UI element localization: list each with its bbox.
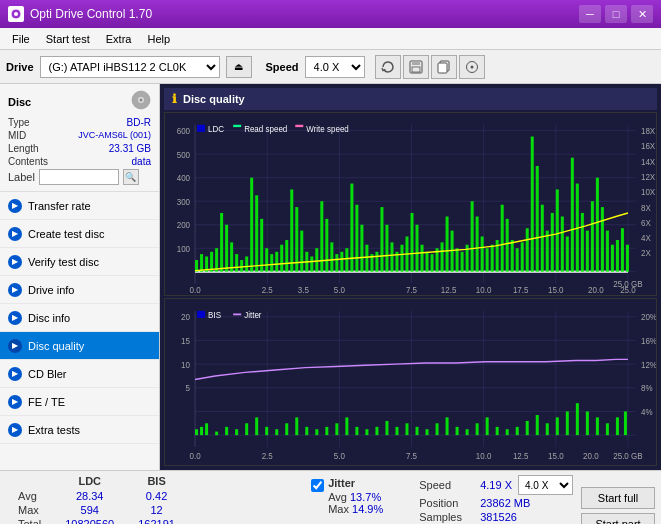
- verify-test-disc-icon: ▶: [8, 255, 22, 269]
- svg-rect-219: [576, 403, 579, 435]
- svg-rect-138: [611, 245, 614, 272]
- svg-text:3.5: 3.5: [298, 284, 309, 295]
- bis-jitter-chart: 20 15 10 5 20% 16% 12% 8% 4% 0.0 2.5 5.0…: [164, 298, 657, 466]
- svg-point-1: [14, 12, 18, 16]
- svg-text:20%: 20%: [641, 312, 656, 323]
- nav-cd-bler[interactable]: ▶ CD Bler: [0, 360, 159, 388]
- stats-speed-select[interactable]: 4.0 X: [518, 475, 573, 495]
- svg-text:0.0: 0.0: [190, 284, 201, 295]
- drive-info-icon: ▶: [8, 283, 22, 297]
- svg-text:18X: 18X: [641, 126, 655, 137]
- svg-rect-124: [541, 205, 544, 272]
- svg-rect-198: [365, 429, 368, 435]
- drive-select[interactable]: (G:) ATAPI iHBS112 2 CL0K: [40, 56, 220, 78]
- type-key: Type: [8, 117, 30, 128]
- avg-row: Avg 28.34 0.42: [6, 489, 187, 503]
- svg-rect-148: [165, 299, 656, 465]
- svg-rect-68: [260, 219, 263, 272]
- svg-rect-204: [426, 429, 429, 435]
- svg-rect-104: [441, 242, 444, 271]
- nav-extra-tests[interactable]: ▶ Extra tests: [0, 416, 159, 444]
- disc-button[interactable]: [459, 55, 485, 79]
- svg-text:20.0: 20.0: [588, 284, 604, 295]
- svg-point-11: [140, 99, 143, 102]
- start-part-button[interactable]: Start part: [581, 513, 655, 525]
- svg-rect-63: [235, 254, 238, 272]
- svg-rect-206: [446, 418, 449, 436]
- jitter-label: Jitter: [328, 477, 355, 489]
- menu-start-test[interactable]: Start test: [38, 31, 98, 47]
- svg-rect-116: [501, 205, 504, 272]
- left-panel: Disc Type BD-R MID JVC-AMS6L (001) Lengt…: [0, 84, 160, 470]
- label-search-button[interactable]: 🔍: [123, 169, 139, 185]
- svg-rect-220: [586, 412, 589, 436]
- svg-rect-216: [546, 424, 549, 436]
- nav-fe-te[interactable]: ▶ FE / TE: [0, 388, 159, 416]
- svg-rect-146: [295, 125, 303, 127]
- close-button[interactable]: ✕: [631, 5, 653, 23]
- minimize-button[interactable]: ─: [579, 5, 601, 23]
- nav-create-test-disc[interactable]: ▶ Create test disc: [0, 220, 159, 248]
- svg-rect-3: [412, 61, 420, 65]
- svg-rect-64: [240, 260, 243, 272]
- start-full-button[interactable]: Start full: [581, 487, 655, 509]
- svg-rect-125: [546, 231, 549, 272]
- label-input[interactable]: [39, 169, 119, 185]
- svg-rect-93: [385, 225, 388, 272]
- eject-button[interactable]: ⏏: [226, 56, 252, 78]
- svg-text:15.0: 15.0: [548, 284, 564, 295]
- save-button[interactable]: [403, 55, 429, 79]
- svg-rect-4: [412, 67, 420, 72]
- refresh-button[interactable]: [375, 55, 401, 79]
- copy-button[interactable]: [431, 55, 457, 79]
- nav-transfer-rate[interactable]: ▶ Transfer rate: [0, 192, 159, 220]
- speed-section: Speed 4.19 X 4.0 X Position 23862 MB Sam…: [419, 475, 573, 524]
- svg-text:25.0 GB: 25.0 GB: [613, 450, 643, 461]
- disc-quality-header: ℹ Disc quality: [164, 88, 657, 110]
- drivebar: Drive (G:) ATAPI iHBS112 2 CL0K ⏏ Speed …: [0, 50, 661, 84]
- svg-text:10X: 10X: [641, 187, 655, 198]
- svg-rect-182: [205, 424, 208, 436]
- jitter-checkbox[interactable]: [311, 479, 324, 492]
- speed-select[interactable]: 4.0 X: [305, 56, 365, 78]
- app-title: Opti Drive Control 1.70: [30, 7, 152, 21]
- svg-text:4X: 4X: [641, 233, 651, 244]
- menu-file[interactable]: File: [4, 31, 38, 47]
- maximize-button[interactable]: □: [605, 5, 627, 23]
- contents-value: data: [132, 156, 151, 167]
- svg-rect-79: [315, 248, 318, 272]
- max-row: Max 594 12: [6, 503, 187, 517]
- svg-rect-96: [400, 245, 403, 272]
- svg-rect-128: [561, 216, 564, 271]
- disc-info-icon: ▶: [8, 311, 22, 325]
- menu-extra[interactable]: Extra: [98, 31, 140, 47]
- svg-rect-195: [335, 424, 338, 436]
- main-layout: Disc Type BD-R MID JVC-AMS6L (001) Lengt…: [0, 84, 661, 470]
- svg-rect-191: [295, 418, 298, 436]
- length-value: 23.31 GB: [109, 143, 151, 154]
- svg-rect-126: [551, 213, 554, 272]
- svg-rect-83: [335, 254, 338, 272]
- nav-drive-info[interactable]: ▶ Drive info: [0, 276, 159, 304]
- svg-rect-91: [375, 252, 378, 272]
- mid-key: MID: [8, 130, 26, 141]
- nav-verify-test-disc[interactable]: ▶ Verify test disc: [0, 248, 159, 276]
- svg-rect-110: [471, 201, 474, 272]
- speed-label-stat: Speed: [419, 479, 474, 491]
- svg-rect-87: [355, 205, 358, 272]
- total-bis: 162191: [126, 517, 187, 524]
- svg-text:7.5: 7.5: [406, 450, 417, 461]
- max-label: Max: [6, 503, 53, 517]
- svg-rect-99: [416, 225, 419, 272]
- stats-bar: LDC BIS Avg 28.34 0.42 Max 594 12 Total …: [0, 470, 661, 524]
- nav-disc-info[interactable]: ▶ Disc info: [0, 304, 159, 332]
- avg-ldc: 28.34: [53, 489, 126, 503]
- menu-help[interactable]: Help: [139, 31, 178, 47]
- svg-rect-218: [566, 412, 569, 436]
- nav-disc-quality[interactable]: ▶ Disc quality: [0, 332, 159, 360]
- svg-rect-196: [345, 418, 348, 436]
- max-bis: 12: [126, 503, 187, 517]
- svg-text:7.5: 7.5: [406, 284, 417, 295]
- jitter-avg-value: 13.7%: [350, 491, 381, 503]
- label-key: Label: [8, 171, 35, 183]
